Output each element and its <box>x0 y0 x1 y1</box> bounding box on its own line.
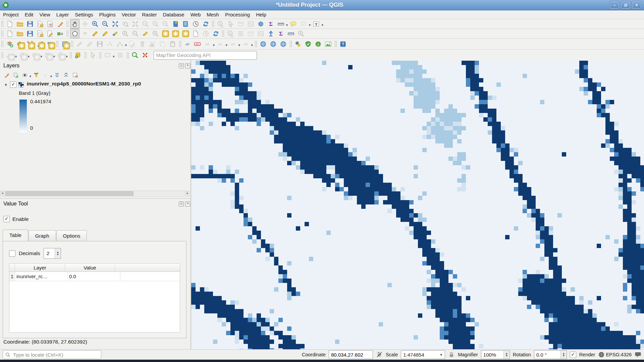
label-settings-button[interactable] <box>55 29 65 38</box>
ruler-2-button[interactable] <box>286 29 296 38</box>
scroll-right-arrow[interactable]: ▸ <box>185 191 190 195</box>
metasearch-2-button[interactable] <box>269 39 278 49</box>
new-virtual-layer-button[interactable] <box>45 39 55 49</box>
delete-selected-button[interactable] <box>138 39 147 49</box>
toolbar-handle[interactable] <box>1 52 4 59</box>
layer-list-tool-button[interactable] <box>116 51 125 60</box>
restore-button[interactable] <box>621 1 630 9</box>
dropdown-arrow-icon[interactable]: ▼ <box>50 75 53 78</box>
remove-layer-button[interactable] <box>71 71 79 79</box>
current-edits-button[interactable] <box>75 39 84 49</box>
decimals-spinner[interactable]: 2 ▲▼ <box>44 248 61 259</box>
lock-scale-icon[interactable] <box>448 351 455 358</box>
filter-by-expression-button[interactable] <box>41 71 50 79</box>
save-file-2-button[interactable] <box>25 29 35 38</box>
toolbar-handle[interactable] <box>255 41 257 47</box>
new-geopackage-layer-button[interactable] <box>15 39 24 49</box>
dropdown-arrow-icon[interactable]: ▼ <box>251 44 254 47</box>
show-layout-manager-button[interactable] <box>45 19 55 28</box>
new-shapefile-layer-button[interactable] <box>25 39 35 49</box>
tab-table[interactable]: Table <box>3 230 28 241</box>
geocoding-clear-button[interactable] <box>141 51 150 60</box>
metasearch-3-button[interactable] <box>279 39 288 49</box>
python-console-button[interactable] <box>293 39 303 49</box>
toolbar-handle[interactable] <box>84 52 87 59</box>
run-feature-action-button[interactable] <box>226 19 235 28</box>
modify-attributes-button[interactable] <box>128 39 137 49</box>
layers-horizontal-scrollbar[interactable]: ◂ ▸ <box>0 191 190 196</box>
menu-processing[interactable]: Processing <box>222 11 253 18</box>
vertex-tool-button[interactable] <box>115 39 124 49</box>
new-bookmark-button[interactable] <box>171 19 180 28</box>
plugin-info-button[interactable] <box>314 39 323 49</box>
paste-features-button[interactable] <box>168 39 177 49</box>
new-item-2-button[interactable] <box>171 29 180 38</box>
toolbar-handle[interactable] <box>179 41 181 47</box>
toggle-editing-button[interactable] <box>85 39 94 49</box>
person-tool-button[interactable] <box>266 29 275 38</box>
help-button[interactable] <box>338 39 348 49</box>
copy-features-button[interactable] <box>158 39 167 49</box>
tab-options[interactable]: Options <box>56 230 87 241</box>
toolbar-handle[interactable] <box>66 20 69 27</box>
add-record-button[interactable] <box>105 39 114 49</box>
pan-map-button[interactable] <box>70 19 79 28</box>
column-header-value[interactable]: Value <box>65 264 115 272</box>
toolbar-handle[interactable] <box>56 41 59 47</box>
zoom-to-layer-button[interactable] <box>120 19 130 28</box>
menu-database[interactable]: Database <box>160 11 187 18</box>
geocoding-search-button[interactable] <box>130 51 140 60</box>
epsg-code[interactable]: EPSG:4326 <box>606 352 632 357</box>
show-statistics-button[interactable] <box>266 19 275 28</box>
maptiler-search-input[interactable] <box>154 51 257 60</box>
draw-polygon-button[interactable] <box>56 51 65 60</box>
mag-gray-2-button[interactable] <box>130 29 140 38</box>
locator-input[interactable] <box>12 352 99 358</box>
filter-legend-button[interactable] <box>32 71 41 79</box>
new-spatialite-layer-button[interactable] <box>35 39 45 49</box>
layer-labeling-button[interactable] <box>183 39 192 49</box>
dropdown-arrow-icon[interactable]: ▼ <box>29 75 32 78</box>
select-by-rectangle-button[interactable] <box>103 51 112 60</box>
enable-checkbox[interactable]: ✓ <box>3 216 10 222</box>
cut-features-button[interactable] <box>148 39 157 49</box>
draw-ellipse-button[interactable] <box>31 51 40 60</box>
manage-map-themes-button[interactable] <box>20 71 29 79</box>
temporal-controller-button[interactable] <box>191 19 200 28</box>
new-print-layout-button[interactable] <box>35 19 45 28</box>
open-attribute-table-button[interactable] <box>236 19 245 28</box>
statistical-summary-button[interactable] <box>246 19 255 28</box>
style-manager-button[interactable] <box>55 19 65 28</box>
column-header-layer[interactable]: Layer <box>15 264 65 272</box>
refresh-map-button[interactable] <box>201 19 210 28</box>
spin-down-icon[interactable]: ▼ <box>505 355 508 357</box>
rotation-spinner[interactable]: 0.0 ° ▲▼ <box>534 350 567 359</box>
value-tool-close-button[interactable]: ✕ <box>185 201 190 206</box>
layer-name[interactable]: inunriver_rcp4p5_00000NorESM1-M_2030_rp0 <box>27 81 190 87</box>
refresh-2-button[interactable] <box>211 29 220 38</box>
identify-features-button[interactable] <box>216 19 225 28</box>
layers-panel-float-button[interactable]: ◱ <box>179 63 184 68</box>
new-project-button[interactable] <box>5 19 14 28</box>
dropdown-arrow-icon[interactable]: ▼ <box>212 44 215 47</box>
value-tool-float-button[interactable]: ◱ <box>179 201 184 206</box>
save-project-button[interactable] <box>25 19 35 28</box>
menu-raster[interactable]: Raster <box>139 11 160 18</box>
spin-down-icon[interactable]: ▼ <box>56 253 59 256</box>
mag-gray-4-button[interactable] <box>296 29 306 38</box>
toolbar-handle[interactable] <box>212 20 214 27</box>
mag-gray-1-button[interactable] <box>120 29 130 38</box>
menu-layer[interactable]: Layer <box>53 11 72 18</box>
menu-vector[interactable]: Vector <box>119 11 139 18</box>
plugin-manager-button[interactable] <box>304 39 313 49</box>
edit-tool-1-button[interactable] <box>90 29 100 38</box>
new-scratch-layer-button[interactable] <box>60 39 69 49</box>
open-layer-styling-button[interactable] <box>2 71 11 79</box>
table-2-button[interactable] <box>246 29 255 38</box>
clock-tool-2-button[interactable] <box>201 29 210 38</box>
dropdown-arrow-icon[interactable]: ▼ <box>285 23 288 27</box>
label-tool-1-button[interactable] <box>203 39 212 49</box>
extents-toggle-icon[interactable] <box>376 351 383 358</box>
dropdown-arrow-icon[interactable]: ▼ <box>238 44 241 47</box>
blank-page-button[interactable] <box>5 29 14 38</box>
